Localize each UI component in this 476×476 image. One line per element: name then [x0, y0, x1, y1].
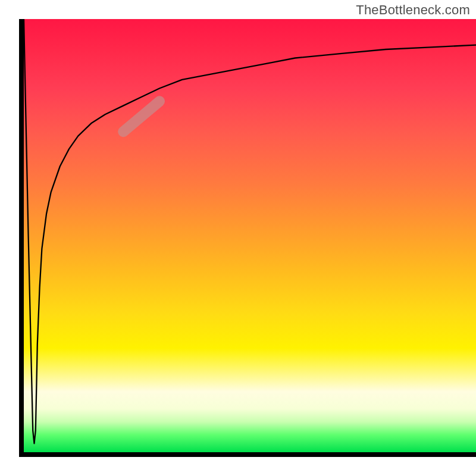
plot-area [19, 19, 476, 457]
bottleneck-chart: TheBottleneck.com [0, 0, 476, 476]
watermark-text: TheBottleneck.com [356, 2, 470, 18]
gradient-background [24, 19, 476, 452]
